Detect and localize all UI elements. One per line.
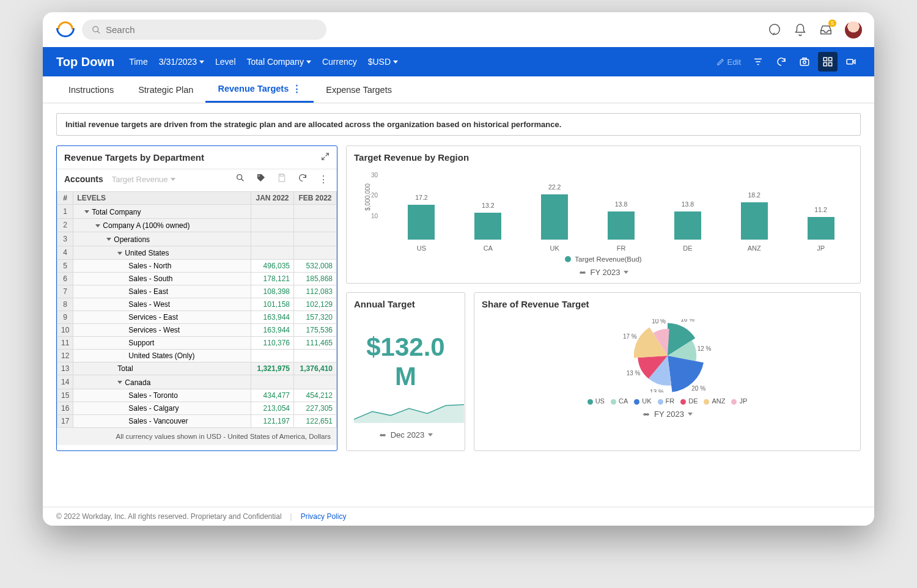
caret-icon[interactable] — [106, 238, 111, 241]
level-cell[interactable]: Total — [73, 362, 251, 375]
caret-icon[interactable] — [84, 210, 89, 213]
privacy-link[interactable]: Privacy Policy — [301, 512, 347, 521]
level-cell[interactable]: Sales - South — [73, 273, 251, 285]
value-cell[interactable] — [251, 350, 294, 362]
legend-item[interactable]: ANZ — [704, 397, 725, 405]
level-cell[interactable]: United States (Only) — [73, 350, 251, 362]
chat-icon[interactable] — [768, 23, 781, 37]
level-cell[interactable]: Services - West — [73, 324, 251, 337]
table-row[interactable]: 1Total Company — [57, 205, 337, 219]
legend-item[interactable]: JP — [731, 397, 747, 405]
bar-column[interactable]: 13.8 DE — [654, 200, 721, 252]
level-cell[interactable]: Sales - North — [73, 260, 251, 273]
kebab-icon[interactable]: ⋮ — [292, 84, 301, 94]
table-row[interactable]: 4United States — [57, 246, 337, 260]
period-selector[interactable]: FY 2023 — [353, 268, 854, 277]
value-cell[interactable] — [294, 246, 337, 260]
filter-button[interactable] — [748, 52, 768, 72]
table-row[interactable]: 3Operations — [57, 232, 337, 246]
value-cell[interactable] — [251, 246, 294, 260]
value-cell[interactable]: 108,398 — [251, 285, 294, 298]
value-cell[interactable]: 112,083 — [294, 285, 337, 298]
level-cell[interactable]: Total Company — [73, 205, 251, 219]
table-row[interactable]: 16Sales - Calgary213,054227,305 — [57, 402, 337, 414]
camera-button[interactable] — [795, 52, 814, 72]
table-search-icon[interactable] — [234, 173, 246, 185]
tab-expense-targets[interactable]: Expense Targets — [314, 76, 404, 103]
value-cell[interactable]: 227,305 — [294, 402, 337, 414]
bar-column[interactable]: 11.2 JP — [787, 206, 854, 252]
legend-item[interactable]: FR — [658, 397, 675, 405]
level-cell[interactable]: Sales - Vancouver — [73, 414, 251, 427]
value-cell[interactable]: 157,320 — [294, 311, 337, 324]
col-feb[interactable]: FEB 2022 — [294, 192, 337, 205]
value-cell[interactable]: 213,054 — [251, 402, 294, 414]
revenue-table[interactable]: # LEVELS JAN 2022 FEB 2022 1Total Compan… — [57, 191, 337, 428]
value-cell[interactable]: 175,536 — [294, 324, 337, 337]
legend-item[interactable]: UK — [634, 397, 651, 405]
inbox-icon[interactable]: 5 — [819, 23, 833, 37]
table-row[interactable]: 10Services - West163,944175,536 — [57, 324, 337, 337]
table-row[interactable]: 17Sales - Vancouver121,197122,651 — [57, 414, 337, 427]
level-cell[interactable]: Support — [73, 337, 251, 350]
level-cell[interactable]: United States — [73, 246, 251, 260]
bar-column[interactable]: 18.2 ANZ — [721, 191, 787, 252]
bell-icon[interactable] — [794, 23, 807, 37]
level-cell[interactable]: Company A (100% owned) — [73, 218, 251, 232]
period-selector[interactable]: FY 2023 — [642, 410, 693, 419]
value-cell[interactable]: 532,008 — [294, 260, 337, 273]
value-cell[interactable]: 178,121 — [251, 273, 294, 285]
refresh-button[interactable] — [772, 52, 791, 72]
avatar[interactable] — [845, 21, 862, 39]
edit-button[interactable]: Edit — [716, 57, 741, 67]
table-row[interactable]: 14Canada — [57, 375, 337, 389]
level-cell[interactable]: Sales - West — [73, 298, 251, 311]
value-cell[interactable]: 163,944 — [251, 311, 294, 324]
value-cell[interactable]: 434,477 — [251, 389, 294, 402]
video-button[interactable] — [841, 52, 861, 72]
value-cell[interactable]: 110,376 — [251, 337, 294, 350]
grid-view-button[interactable] — [818, 52, 838, 72]
table-tag-icon[interactable] — [255, 173, 267, 185]
legend-item[interactable]: CA — [611, 397, 628, 405]
table-row[interactable]: 15Sales - Toronto434,477454,212 — [57, 389, 337, 402]
table-row[interactable]: 13Total1,321,9751,376,410 — [57, 362, 337, 375]
value-cell[interactable] — [294, 205, 337, 219]
value-cell[interactable]: 101,158 — [251, 298, 294, 311]
level-cell[interactable]: Sales - Toronto — [73, 389, 251, 402]
level-cell[interactable]: Sales - Calgary — [73, 402, 251, 414]
target-revenue-dropdown[interactable]: Target Revenue — [112, 175, 175, 184]
tab-instructions[interactable]: Instructions — [56, 76, 126, 103]
bar-column[interactable]: 17.2 US — [388, 194, 455, 252]
value-cell[interactable]: 185,868 — [294, 273, 337, 285]
caret-icon[interactable] — [95, 224, 100, 227]
caret-icon[interactable] — [117, 381, 122, 384]
value-cell[interactable]: 121,197 — [251, 414, 294, 427]
legend-item[interactable]: US — [587, 397, 605, 405]
value-cell[interactable] — [251, 375, 294, 389]
search-input[interactable] — [106, 24, 317, 35]
value-cell[interactable] — [294, 232, 337, 246]
level-cell[interactable]: Operations — [73, 232, 251, 246]
value-cell[interactable] — [251, 205, 294, 219]
table-row[interactable]: 9Services - East163,944157,320 — [57, 311, 337, 324]
table-row[interactable]: 5Sales - North496,035532,008 — [57, 260, 337, 273]
bar-column[interactable]: 13.8 FR — [588, 200, 655, 252]
table-refresh-icon[interactable] — [296, 173, 309, 185]
value-cell[interactable] — [294, 350, 337, 362]
value-cell[interactable] — [294, 375, 337, 389]
table-row[interactable]: 12United States (Only) — [57, 350, 337, 362]
value-cell[interactable]: 102,129 — [294, 298, 337, 311]
time-selector[interactable]: 3/31/2023 — [159, 57, 204, 67]
level-cell[interactable]: Services - East — [73, 311, 251, 324]
value-cell[interactable] — [251, 218, 294, 232]
table-row[interactable]: 11Support110,376111,465 — [57, 337, 337, 350]
level-selector[interactable]: Total Company — [247, 57, 311, 67]
value-cell[interactable]: 1,321,975 — [251, 362, 294, 375]
value-cell[interactable] — [294, 218, 337, 232]
search-box[interactable] — [82, 20, 326, 40]
table-row[interactable]: 7Sales - East108,398112,083 — [57, 285, 337, 298]
value-cell[interactable]: 122,651 — [294, 414, 337, 427]
currency-selector[interactable]: $USD — [368, 57, 398, 67]
value-cell[interactable]: 454,212 — [294, 389, 337, 402]
